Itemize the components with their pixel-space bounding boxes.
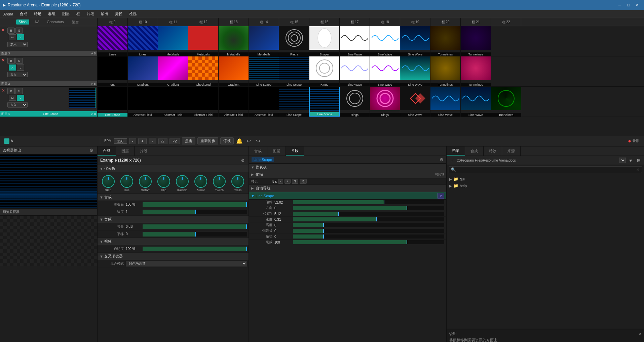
layer3-a-btn[interactable]: A <box>91 52 93 55</box>
layer2-b-btn2[interactable]: B <box>94 82 96 85</box>
speed-bar[interactable] <box>143 210 247 214</box>
layer3-clip-18[interactable]: Sine Wave <box>370 26 400 56</box>
col-21[interactable]: 栏 21 <box>461 18 491 26</box>
layer1-clip-16[interactable]: Line Scape <box>309 87 340 117</box>
layer1-b-btn[interactable]: B <box>7 88 15 94</box>
col-12[interactable]: 栏 12 <box>188 18 219 26</box>
mirror-knob[interactable] <box>194 175 207 188</box>
kaleido-knob[interactable] <box>176 175 189 188</box>
layer2-s-btn[interactable]: S <box>15 58 23 64</box>
menu-view[interactable]: 检视 <box>126 10 140 17</box>
monitor-settings-btn[interactable]: ⚙ <box>88 147 94 154</box>
posy-bar[interactable] <box>293 212 444 216</box>
menu-arena[interactable]: Arena <box>0 11 16 17</box>
files-path-dropdown[interactable]: ▾ <box>619 158 626 163</box>
tap-btn[interactable]: 点击 <box>182 137 195 144</box>
undo-btn[interactable]: ↩ <box>245 137 253 145</box>
col-15[interactable]: 栏 15 <box>279 18 309 26</box>
layer2-a-btn[interactable]: A <box>9 65 16 71</box>
tab-files-effects[interactable]: 特效 <box>484 146 502 156</box>
layer2-clip-18[interactable]: Sine Wave <box>370 56 400 86</box>
layer1-a-btn[interactable]: A <box>91 112 93 116</box>
layer2-clip-19[interactable]: Sine Wave <box>400 56 430 86</box>
pan-bar[interactable] <box>143 232 247 237</box>
slope-bar[interactable] <box>293 200 444 204</box>
clip-settings-btn[interactable]: ⚙ <box>440 157 444 162</box>
decay-bar[interactable] <box>293 240 444 244</box>
dur-minus-btn[interactable]: - <box>278 179 283 184</box>
layer1-clip-20[interactable]: Sine Wave <box>430 87 461 117</box>
layer1-b-btn2[interactable]: B <box>94 112 96 116</box>
col-19[interactable]: 栏 19 <box>400 18 430 26</box>
layer2-clip-17[interactable]: Sine Wave <box>340 56 370 86</box>
twitch-knob[interactable] <box>213 175 226 188</box>
osc-bar[interactable] <box>293 234 444 239</box>
layer1-clip-9[interactable]: Line Scape <box>98 87 128 117</box>
blend-mode-select[interactable]: 阿尔法通道 <box>126 261 247 266</box>
layer3-clip-15[interactable]: Rings <box>279 26 309 56</box>
clip-transport-section[interactable]: ▶ 传输 时间轴 <box>249 171 446 178</box>
tab-files-composition[interactable]: 合成 <box>465 146 484 156</box>
layer3-clip-17[interactable]: Sine Wave <box>340 26 370 56</box>
menu-composition[interactable]: 合成 <box>16 10 31 17</box>
layer2-clip-11[interactable]: Gradient <box>158 56 188 86</box>
layer2-b-btn[interactable]: B <box>7 58 15 64</box>
menu-output[interactable]: 输出 <box>98 10 112 17</box>
layer1-clip-14[interactable]: Abstract Field <box>249 87 279 117</box>
mix-section[interactable]: ▼ 合成 <box>98 194 249 201</box>
av-tab[interactable]: AV <box>32 19 42 25</box>
menu-column[interactable]: 栏 <box>73 10 83 17</box>
layer3-clip-9[interactable]: Lines <box>98 26 128 56</box>
layer3-clip-20[interactable]: Tunnelines <box>430 26 461 56</box>
col-16[interactable]: 栏 16 <box>309 18 340 26</box>
bpm-minus-btn[interactable]: - <box>129 138 137 144</box>
layer1-clip-13[interactable]: Abstract Field <box>219 87 249 117</box>
layer3-b-btn2[interactable]: B <box>94 52 96 55</box>
stop-btn[interactable]: 停顿 <box>220 137 234 144</box>
layer3-clip-19[interactable]: Sine Wave <box>400 26 430 56</box>
generators-tab[interactable]: Generators <box>44 19 66 25</box>
layer3-clip-14[interactable]: Metaballs <box>249 26 279 56</box>
col-14[interactable]: 栏 14 <box>249 18 279 26</box>
layer1-clip-10[interactable]: Abstract Field <box>128 87 158 117</box>
distort-knob[interactable] <box>139 175 152 188</box>
layer2-clip-10[interactable]: Gradient <box>128 56 158 86</box>
col-11[interactable]: 栏 11 <box>158 18 188 26</box>
layer1-blend-select[interactable]: 加入 <box>7 102 28 108</box>
layer2-clip-13[interactable]: Gradient <box>219 56 249 86</box>
layer3-clip-11[interactable]: Metaballs <box>158 26 188 56</box>
linescape-effect-section[interactable]: ▼ Line Scape P <box>249 192 446 200</box>
dashboard-section[interactable]: ▼ 仪表板 <box>98 165 249 172</box>
files-search-input[interactable] <box>457 168 636 172</box>
shop-tab[interactable]: Shop <box>16 19 29 25</box>
layer3-clip-21[interactable]: Tunnelines <box>461 26 491 56</box>
dir-bar[interactable] <box>293 206 444 210</box>
opacity-bar[interactable] <box>143 247 247 251</box>
duty-bar[interactable] <box>293 229 444 233</box>
video-section[interactable]: ▼ 视频 <box>98 238 249 245</box>
layer3-m-btn[interactable]: M <box>9 34 16 40</box>
layer2-close-btn[interactable]: ✕ <box>1 58 5 63</box>
layer3-clip-10[interactable]: Lines <box>128 26 158 56</box>
col-20[interactable]: 栏 20 <box>430 18 461 26</box>
files-heart-btn[interactable]: ♥ <box>627 157 634 164</box>
folder-gui[interactable]: ▶ 📁 gui <box>447 176 644 182</box>
col-22[interactable]: 栏 22 <box>491 18 521 26</box>
layer2-blend-select[interactable]: 加入 <box>7 72 28 77</box>
comp-settings-btn[interactable]: ⚙ <box>240 157 246 163</box>
metronome-btn[interactable]: 🔔 <box>236 137 243 145</box>
bpm-input[interactable]: 128 <box>114 138 127 144</box>
layer3-b-btn[interactable]: B <box>7 28 15 34</box>
layer3-blend-select[interactable]: 加入 <box>7 42 28 47</box>
layer3-close-btn[interactable]: ✕ <box>1 28 5 33</box>
dur-plus-btn[interactable]: + <box>285 179 290 184</box>
tab-files-sources[interactable]: 来源 <box>502 146 521 156</box>
clear-tab[interactable]: 清空 <box>69 19 81 25</box>
bpm-half-btn[interactable]: /2 <box>158 138 167 144</box>
col-9[interactable]: 栏 9 <box>98 18 128 26</box>
layer2-clip-12[interactable]: Checkered <box>188 56 219 86</box>
layer2-clip-14[interactable]: Line Scape <box>249 56 279 86</box>
tab-layer[interactable]: 图层 <box>116 146 135 156</box>
dur-half-btn[interactable]: /2 <box>292 179 299 184</box>
layer2-a-btn2[interactable]: A <box>91 82 93 85</box>
